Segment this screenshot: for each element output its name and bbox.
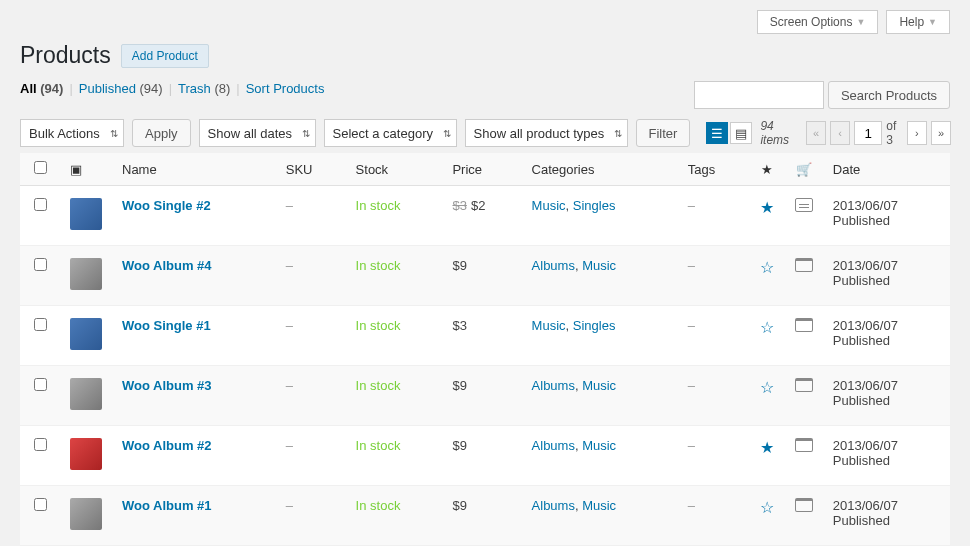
list-icon: ☰ [711,126,723,141]
price-old: $3 [452,198,466,213]
publish-status: Published [833,393,890,408]
last-page-button[interactable]: » [931,121,951,145]
product-type-icon [795,498,813,512]
col-categories: Categories [522,153,678,186]
category-link[interactable]: Albums [532,378,575,393]
current-page-input[interactable] [854,121,882,145]
product-thumbnail[interactable] [70,378,102,410]
publish-status: Published [833,213,890,228]
product-type-icon [795,258,813,272]
row-checkbox[interactable] [34,198,47,211]
category-link[interactable]: Music [582,258,616,273]
filter-trash[interactable]: Trash (8) [178,81,230,96]
stock-status: In stock [356,318,401,333]
publish-status: Published [833,513,890,528]
featured-toggle[interactable]: ☆ [760,259,774,276]
product-type-icon [795,198,813,212]
publish-status: Published [833,333,890,348]
category-link[interactable]: Music [532,198,566,213]
help-button[interactable]: Help▼ [886,10,950,34]
view-filters: All (94) | Published (94) | Trash (8) | … [20,81,324,96]
price-value: $9 [452,498,466,513]
filter-published[interactable]: Published (94) [79,81,163,96]
product-thumbnail[interactable] [70,318,102,350]
featured-toggle[interactable]: ★ [760,199,774,216]
sku-value: – [286,198,293,213]
featured-toggle[interactable]: ☆ [760,499,774,516]
featured-toggle[interactable]: ☆ [760,319,774,336]
category-filter-select[interactable]: Select a category [324,119,457,147]
product-thumbnail[interactable] [70,258,102,290]
featured-toggle[interactable]: ★ [760,439,774,456]
category-link[interactable]: Albums [532,438,575,453]
product-name-link[interactable]: Woo Album #1 [122,498,212,513]
col-date[interactable]: Date [823,153,950,186]
product-thumbnail[interactable] [70,198,102,230]
row-checkbox[interactable] [34,378,47,391]
sku-value: – [286,258,293,273]
date-value: 2013/06/07 [833,318,898,333]
table-row: Woo Single #1 – In stock $3 Music, Singl… [20,306,950,366]
sku-value: – [286,498,293,513]
publish-status: Published [833,453,890,468]
page-of-label: of 3 [886,119,903,147]
product-thumbnail[interactable] [70,498,102,530]
view-list-button[interactable]: ☰ [706,122,728,144]
product-name-link[interactable]: Woo Album #4 [122,258,212,273]
first-page-button[interactable]: « [806,121,826,145]
table-row: Woo Album #2 – In stock $9 Albums, Music… [20,426,950,486]
sort-products-link[interactable]: Sort Products [246,81,325,96]
price-value: $9 [452,438,466,453]
table-row: Woo Album #4 – In stock $9 Albums, Music… [20,246,950,306]
product-type-icon [795,438,813,452]
screen-options-button[interactable]: Screen Options▼ [757,10,879,34]
table-row: Woo Single #2 – In stock $3$2 Music, Sin… [20,186,950,246]
price-value: $3 [452,318,466,333]
filter-button[interactable]: Filter [636,119,691,147]
product-name-link[interactable]: Woo Album #2 [122,438,212,453]
product-thumbnail[interactable] [70,438,102,470]
search-products-button[interactable]: Search Products [828,81,950,109]
featured-toggle[interactable]: ☆ [760,379,774,396]
product-name-link[interactable]: Woo Album #3 [122,378,212,393]
select-all-checkbox[interactable] [34,161,47,174]
row-checkbox[interactable] [34,498,47,511]
product-type-icon [795,378,813,392]
dates-filter-select[interactable]: Show all dates [199,119,316,147]
col-sku[interactable]: SKU [276,153,346,186]
price-value: $2 [471,198,485,213]
category-link[interactable]: Singles [573,198,616,213]
category-link[interactable]: Albums [532,498,575,513]
price-value: $9 [452,258,466,273]
stock-status: In stock [356,498,401,513]
items-count: 94 items [760,119,797,147]
category-link[interactable]: Singles [573,318,616,333]
category-link[interactable]: Music [582,438,616,453]
image-icon: ▣ [70,162,82,177]
view-excerpt-button[interactable]: ▤ [730,122,752,144]
product-name-link[interactable]: Woo Single #1 [122,318,211,333]
filter-all[interactable]: All (94) [20,81,63,96]
stock-status: In stock [356,198,401,213]
row-checkbox[interactable] [34,438,47,451]
col-price[interactable]: Price [442,153,521,186]
row-checkbox[interactable] [34,258,47,271]
prev-page-button[interactable]: ‹ [830,121,850,145]
category-link[interactable]: Music [532,318,566,333]
col-tags: Tags [678,153,749,186]
category-link[interactable]: Albums [532,258,575,273]
category-link[interactable]: Music [582,378,616,393]
add-product-button[interactable]: Add Product [121,44,209,68]
category-link[interactable]: Music [582,498,616,513]
type-filter-select[interactable]: Show all product types [465,119,628,147]
apply-button[interactable]: Apply [132,119,191,147]
col-name[interactable]: Name [112,153,276,186]
product-type-icon [795,318,813,332]
next-page-button[interactable]: › [907,121,927,145]
tags-value: – [688,198,695,213]
product-name-link[interactable]: Woo Single #2 [122,198,211,213]
row-checkbox[interactable] [34,318,47,331]
type-icon: 🛒 [796,162,812,177]
bulk-actions-select[interactable]: Bulk Actions [20,119,124,147]
search-input[interactable] [694,81,824,109]
